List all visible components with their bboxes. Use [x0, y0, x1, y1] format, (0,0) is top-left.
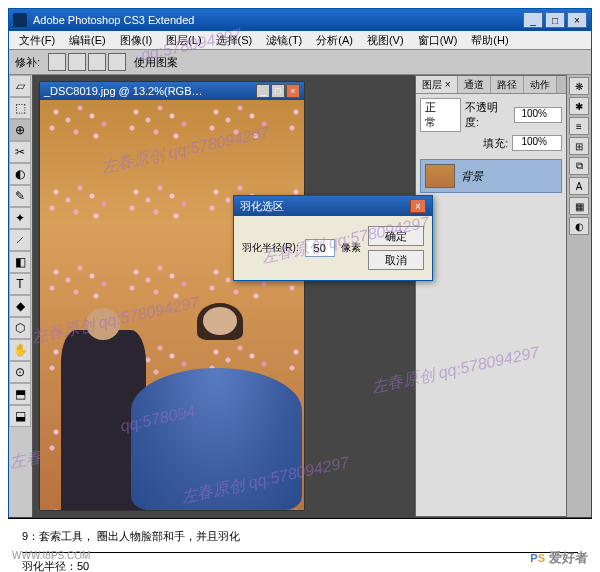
- tool-lasso[interactable]: ⊕: [9, 119, 31, 141]
- dialog-cancel-button[interactable]: 取消: [368, 250, 424, 270]
- tool-pen[interactable]: ◆: [9, 295, 31, 317]
- dialog-ok-button[interactable]: 确定: [368, 226, 424, 246]
- panel-sidebar: ❋ ✱ ≡ ⊞ ⧉ A ▦ ◐: [567, 75, 591, 517]
- toolbox: ▱ ⬚ ⊕ ✂ ◐ ✎ ✦ ⟋ ◧ T ◆ ⬡ ✋ ⊙ ⬒ ⬓: [9, 75, 33, 517]
- document-window: _DSC8019.jpg @ 13.2%(RGB… _ □ ×: [39, 81, 305, 511]
- tool-gradient[interactable]: ◧: [9, 251, 31, 273]
- dialog-radius-label: 羽化半径(R):: [242, 241, 299, 255]
- styles-icon[interactable]: ✱: [569, 97, 589, 115]
- tool-hand[interactable]: ✋: [9, 339, 31, 361]
- footer: WWW.I8PS.COM PS爱好者: [12, 542, 588, 568]
- tool-type[interactable]: T: [9, 273, 31, 295]
- tab-actions[interactable]: 动作: [524, 76, 557, 93]
- app-title: Adobe Photoshop CS3 Extended: [33, 14, 194, 26]
- tool-shape[interactable]: ⬡: [9, 317, 31, 339]
- menu-help[interactable]: 帮助(H): [465, 31, 514, 50]
- info-icon[interactable]: ⧉: [569, 157, 589, 175]
- panels-area: 图层 × 通道 路径 动作 正常 不透明度: 100% 填充: 100%: [415, 75, 591, 517]
- tool-background-color[interactable]: ⬓: [9, 405, 31, 427]
- color-icon[interactable]: ◐: [569, 217, 589, 235]
- tool-eyedropper[interactable]: ◐: [9, 163, 31, 185]
- layer-name: 背景: [461, 169, 483, 184]
- fill-label: 填充:: [483, 136, 508, 151]
- dialog-close-button[interactable]: ×: [410, 199, 426, 213]
- menu-edit[interactable]: 编辑(E): [63, 31, 112, 50]
- tool-crop[interactable]: ✂: [9, 141, 31, 163]
- feather-dialog: 羽化选区 × 羽化半径(R): 像素 确定 取消: [233, 195, 433, 281]
- dialog-radius-input[interactable]: [305, 239, 335, 257]
- histogram-icon[interactable]: ⊞: [569, 137, 589, 155]
- minimize-button[interactable]: _: [523, 12, 543, 28]
- dialog-title: 羽化选区: [240, 199, 284, 214]
- document-canvas[interactable]: [40, 100, 304, 510]
- dialog-titlebar[interactable]: 羽化选区 ×: [234, 196, 432, 216]
- image-woman: [146, 307, 289, 510]
- navigator-icon[interactable]: ≡: [569, 117, 589, 135]
- doc-maximize-button[interactable]: □: [271, 84, 285, 98]
- tab-paths[interactable]: 路径: [491, 76, 524, 93]
- document-title: _DSC8019.jpg @ 13.2%(RGB…: [44, 85, 203, 97]
- options-subtract-selection[interactable]: [88, 53, 106, 71]
- tool-zoom[interactable]: ⊙: [9, 361, 31, 383]
- tool-move[interactable]: ▱: [9, 75, 31, 97]
- options-intersect-selection[interactable]: [108, 53, 126, 71]
- options-label: 修补:: [15, 55, 40, 70]
- paragraph-icon[interactable]: ▦: [569, 197, 589, 215]
- options-mode: 使用图案: [134, 55, 178, 70]
- blend-mode-select[interactable]: 正常: [420, 98, 461, 132]
- dialog-unit: 像素: [341, 241, 361, 255]
- tab-layers[interactable]: 图层 ×: [416, 76, 458, 93]
- layer-background[interactable]: 背景: [420, 159, 562, 193]
- footer-logo: PS爱好者: [530, 542, 588, 568]
- app-icon: [13, 13, 27, 27]
- panel-tabs: 图层 × 通道 路径 动作: [416, 76, 566, 94]
- menu-layer[interactable]: 图层(L): [160, 31, 207, 50]
- tool-healing[interactable]: ✦: [9, 207, 31, 229]
- fill-input[interactable]: 100%: [512, 135, 562, 151]
- layer-thumbnail: [425, 164, 455, 188]
- footer-url: WWW.I8PS.COM: [12, 550, 90, 561]
- options-bar: 修补: 使用图案: [9, 49, 591, 75]
- maximize-button[interactable]: □: [545, 12, 565, 28]
- image-woman-dress: [131, 368, 302, 510]
- close-button[interactable]: ×: [567, 12, 587, 28]
- character-icon[interactable]: A: [569, 177, 589, 195]
- doc-close-button[interactable]: ×: [286, 84, 300, 98]
- options-new-selection[interactable]: [48, 53, 66, 71]
- menu-image[interactable]: 图像(I): [114, 31, 158, 50]
- menu-analysis[interactable]: 分析(A): [310, 31, 359, 50]
- tool-foreground-color[interactable]: ⬒: [9, 383, 31, 405]
- tool-marquee[interactable]: ⬚: [9, 97, 31, 119]
- options-add-selection[interactable]: [68, 53, 86, 71]
- image-man-head: [86, 308, 120, 340]
- app-titlebar: Adobe Photoshop CS3 Extended _ □ ×: [9, 9, 591, 31]
- document-titlebar[interactable]: _DSC8019.jpg @ 13.2%(RGB… _ □ ×: [40, 82, 304, 100]
- tab-channels[interactable]: 通道: [458, 76, 491, 93]
- menu-bar: 文件(F) 编辑(E) 图像(I) 图层(L) 选择(S) 滤镜(T) 分析(A…: [9, 31, 591, 49]
- tool-clone[interactable]: ⟋: [9, 229, 31, 251]
- menu-filter[interactable]: 滤镜(T): [260, 31, 308, 50]
- menu-view[interactable]: 视图(V): [361, 31, 410, 50]
- menu-window[interactable]: 窗口(W): [412, 31, 464, 50]
- swatches-icon[interactable]: ❋: [569, 77, 589, 95]
- menu-file[interactable]: 文件(F): [13, 31, 61, 50]
- canvas-area: _DSC8019.jpg @ 13.2%(RGB… _ □ ×: [33, 75, 415, 517]
- tool-brush[interactable]: ✎: [9, 185, 31, 207]
- menu-select[interactable]: 选择(S): [210, 31, 259, 50]
- doc-minimize-button[interactable]: _: [256, 84, 270, 98]
- opacity-label: 不透明度:: [465, 100, 510, 130]
- opacity-input[interactable]: 100%: [514, 107, 562, 123]
- image-figures: [40, 285, 304, 511]
